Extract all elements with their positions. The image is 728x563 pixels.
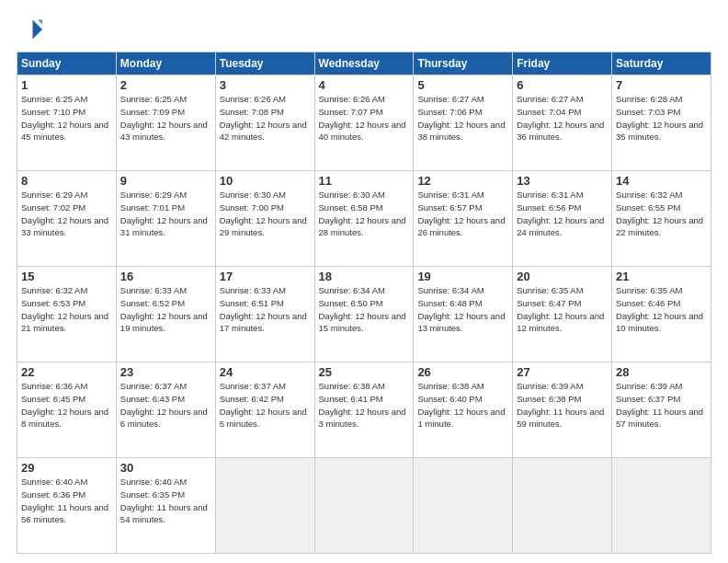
sunset-label: Sunset: 6:45 PM: [21, 394, 85, 404]
day-number: 25: [319, 365, 410, 379]
daylight-label: Daylight: 12 hours and 40 minutes.: [319, 120, 406, 143]
daylight-label: Daylight: 12 hours and 31 minutes.: [120, 215, 208, 238]
sunset-label: Sunset: 6:37 PM: [616, 394, 680, 404]
day-number: 12: [417, 174, 508, 188]
sunrise-label: Sunrise: 6:27 AM: [517, 94, 583, 104]
calendar-header-monday: Monday: [116, 52, 215, 75]
daylight-label: Daylight: 12 hours and 8 minutes.: [21, 407, 108, 430]
calendar-day-cell: 30 Sunrise: 6:40 AM Sunset: 6:35 PM Dayl…: [116, 458, 215, 554]
sunset-label: Sunset: 7:00 PM: [220, 202, 284, 213]
calendar-header-wednesday: Wednesday: [314, 52, 414, 75]
calendar-day-cell: 5 Sunrise: 6:27 AM Sunset: 7:06 PM Dayli…: [414, 75, 513, 171]
logo-icon: [17, 17, 42, 42]
calendar-day-cell: 29 Sunrise: 6:40 AM Sunset: 6:36 PM Dayl…: [17, 458, 117, 554]
daylight-label: Daylight: 12 hours and 42 minutes.: [220, 120, 307, 143]
daylight-label: Daylight: 11 hours and 54 minutes.: [120, 502, 208, 525]
daylight-label: Daylight: 12 hours and 29 minutes.: [220, 215, 307, 238]
sunrise-label: Sunrise: 6:26 AM: [319, 94, 385, 104]
day-number: 5: [417, 78, 508, 92]
sunrise-label: Sunrise: 6:26 AM: [220, 94, 286, 104]
day-info: Sunrise: 6:27 AM Sunset: 7:04 PM Dayligh…: [517, 93, 608, 144]
daylight-label: Daylight: 12 hours and 45 minutes.: [21, 120, 108, 143]
day-info: Sunrise: 6:38 AM Sunset: 6:40 PM Dayligh…: [417, 380, 508, 431]
day-number: 14: [616, 174, 707, 188]
calendar-day-cell: 24 Sunrise: 6:37 AM Sunset: 6:42 PM Dayl…: [215, 362, 314, 458]
day-number: 28: [616, 365, 707, 379]
day-number: 24: [220, 365, 311, 379]
sunrise-label: Sunrise: 6:30 AM: [319, 190, 385, 200]
day-number: 23: [120, 365, 211, 379]
daylight-label: Daylight: 12 hours and 21 minutes.: [21, 311, 108, 334]
sunrise-label: Sunrise: 6:28 AM: [616, 94, 682, 104]
calendar-day-cell: 18 Sunrise: 6:34 AM Sunset: 6:50 PM Dayl…: [314, 267, 414, 362]
sunrise-label: Sunrise: 6:39 AM: [517, 381, 583, 391]
calendar-day-cell: 9 Sunrise: 6:29 AM Sunset: 7:01 PM Dayli…: [116, 171, 215, 267]
calendar-day-cell: 12 Sunrise: 6:31 AM Sunset: 6:57 PM Dayl…: [414, 171, 513, 267]
day-info: Sunrise: 6:37 AM Sunset: 6:43 PM Dayligh…: [120, 380, 211, 431]
day-info: Sunrise: 6:25 AM Sunset: 7:09 PM Dayligh…: [120, 93, 211, 144]
calendar-table: SundayMondayTuesdayWednesdayThursdayFrid…: [17, 52, 711, 554]
sunrise-label: Sunrise: 6:29 AM: [21, 190, 87, 200]
daylight-label: Daylight: 12 hours and 12 minutes.: [517, 311, 604, 334]
day-number: 11: [319, 174, 410, 188]
day-info: Sunrise: 6:31 AM Sunset: 6:57 PM Dayligh…: [417, 189, 508, 239]
calendar-day-cell: 3 Sunrise: 6:26 AM Sunset: 7:08 PM Dayli…: [215, 75, 314, 171]
day-number: 1: [21, 78, 112, 92]
calendar-header-saturday: Saturday: [612, 52, 711, 75]
daylight-label: Daylight: 12 hours and 3 minutes.: [319, 407, 406, 430]
sunrise-label: Sunrise: 6:40 AM: [120, 477, 187, 487]
day-info: Sunrise: 6:39 AM Sunset: 6:38 PM Dayligh…: [517, 380, 608, 431]
daylight-label: Daylight: 12 hours and 10 minutes.: [616, 311, 703, 334]
sunset-label: Sunset: 6:40 PM: [417, 394, 482, 404]
calendar-header-sunday: Sunday: [17, 52, 117, 75]
sunset-label: Sunset: 6:53 PM: [21, 298, 85, 308]
sunrise-label: Sunrise: 6:33 AM: [120, 285, 187, 295]
sunrise-label: Sunrise: 6:35 AM: [616, 285, 682, 295]
day-number: 2: [120, 78, 211, 92]
sunset-label: Sunset: 6:36 PM: [21, 489, 85, 500]
day-number: 30: [120, 461, 211, 475]
sunset-label: Sunset: 6:58 PM: [319, 202, 383, 213]
calendar-day-cell: 14 Sunrise: 6:32 AM Sunset: 6:55 PM Dayl…: [612, 171, 711, 267]
day-info: Sunrise: 6:32 AM Sunset: 6:55 PM Dayligh…: [616, 189, 707, 239]
calendar-day-cell: [612, 458, 711, 554]
calendar-day-cell: 2 Sunrise: 6:25 AM Sunset: 7:09 PM Dayli…: [116, 75, 215, 171]
calendar-day-cell: 20 Sunrise: 6:35 AM Sunset: 6:47 PM Dayl…: [513, 267, 612, 362]
daylight-label: Daylight: 11 hours and 59 minutes.: [517, 407, 604, 430]
sunrise-label: Sunrise: 6:35 AM: [517, 285, 583, 295]
sunrise-label: Sunrise: 6:38 AM: [319, 381, 385, 391]
day-info: Sunrise: 6:30 AM Sunset: 6:58 PM Dayligh…: [319, 189, 410, 239]
calendar-day-cell: 15 Sunrise: 6:32 AM Sunset: 6:53 PM Dayl…: [17, 267, 117, 362]
day-number: 20: [517, 270, 608, 283]
day-info: Sunrise: 6:33 AM Sunset: 6:51 PM Dayligh…: [220, 284, 311, 335]
daylight-label: Daylight: 12 hours and 33 minutes.: [21, 215, 108, 238]
calendar-week-row: 1 Sunrise: 6:25 AM Sunset: 7:10 PM Dayli…: [17, 75, 711, 171]
calendar-day-cell: 22 Sunrise: 6:36 AM Sunset: 6:45 PM Dayl…: [17, 362, 117, 458]
sunrise-label: Sunrise: 6:30 AM: [220, 190, 286, 200]
calendar-day-cell: [513, 458, 612, 554]
daylight-label: Daylight: 12 hours and 35 minutes.: [616, 120, 703, 143]
sunrise-label: Sunrise: 6:37 AM: [220, 381, 286, 391]
day-number: 22: [21, 365, 112, 379]
day-info: Sunrise: 6:40 AM Sunset: 6:35 PM Dayligh…: [120, 476, 211, 526]
day-info: Sunrise: 6:34 AM Sunset: 6:50 PM Dayligh…: [319, 284, 410, 335]
calendar-header-tuesday: Tuesday: [215, 52, 314, 75]
day-number: 15: [21, 270, 112, 283]
calendar-week-row: 29 Sunrise: 6:40 AM Sunset: 6:36 PM Dayl…: [17, 458, 711, 554]
logo: [17, 17, 44, 42]
sunset-label: Sunset: 7:08 PM: [220, 107, 284, 117]
daylight-label: Daylight: 12 hours and 6 minutes.: [120, 407, 208, 430]
day-info: Sunrise: 6:35 AM Sunset: 6:47 PM Dayligh…: [517, 284, 608, 335]
day-info: Sunrise: 6:28 AM Sunset: 7:03 PM Dayligh…: [616, 93, 707, 144]
calendar-day-cell: 16 Sunrise: 6:33 AM Sunset: 6:52 PM Dayl…: [116, 267, 215, 362]
day-info: Sunrise: 6:27 AM Sunset: 7:06 PM Dayligh…: [417, 93, 508, 144]
calendar-header-row: SundayMondayTuesdayWednesdayThursdayFrid…: [17, 52, 711, 75]
sunset-label: Sunset: 6:43 PM: [120, 394, 185, 404]
sunset-label: Sunset: 6:52 PM: [120, 298, 185, 308]
sunset-label: Sunset: 6:56 PM: [517, 202, 581, 213]
day-number: 10: [220, 174, 311, 188]
daylight-label: Daylight: 12 hours and 1 minute.: [417, 407, 505, 430]
page: SundayMondayTuesdayWednesdayThursdayFrid…: [0, 0, 728, 563]
sunset-label: Sunset: 7:04 PM: [517, 107, 581, 117]
day-info: Sunrise: 6:34 AM Sunset: 6:48 PM Dayligh…: [417, 284, 508, 335]
